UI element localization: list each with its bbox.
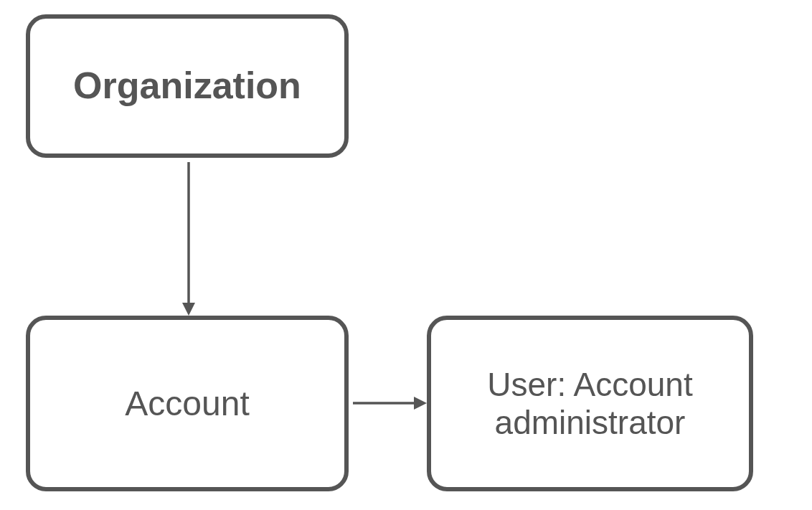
node-user-label: User: Account administrator xyxy=(487,366,692,442)
edge-account-to-user xyxy=(353,397,427,410)
node-user: User: Account administrator xyxy=(427,316,753,491)
node-account: Account xyxy=(26,316,349,491)
node-organization-label: Organization xyxy=(73,65,301,108)
diagram-canvas: Organization Account User: Account admin… xyxy=(0,0,812,510)
node-account-label: Account xyxy=(125,384,249,423)
svg-marker-1 xyxy=(182,303,195,316)
svg-marker-3 xyxy=(414,397,427,410)
edge-organization-to-account xyxy=(182,162,195,316)
node-organization: Organization xyxy=(26,14,349,158)
